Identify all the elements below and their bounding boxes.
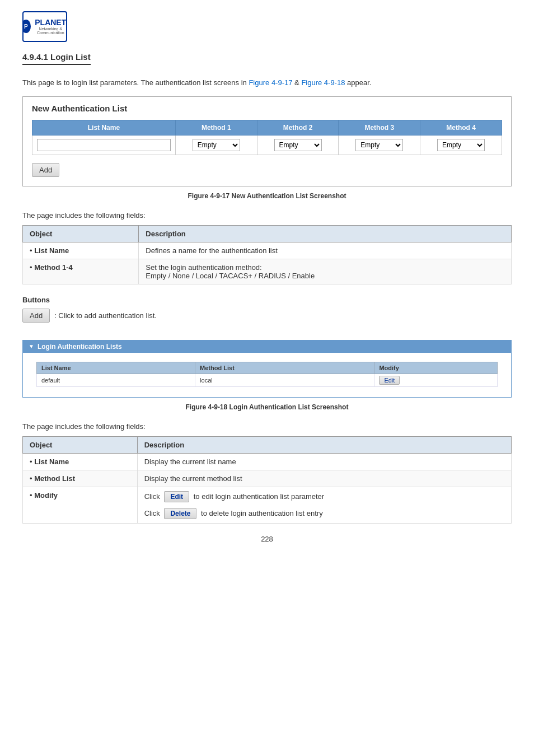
edit-suffix: to edit login authentication list parame… [194, 492, 324, 501]
panel-method-list-cell: local [195, 374, 374, 386]
fields-desc-table2: Object Description List Name Display the… [22, 436, 512, 524]
buttons-section: Buttons Add : Click to add authenticatio… [22, 296, 512, 323]
list-name-input[interactable] [37, 139, 171, 151]
method3-select[interactable]: Empty None Local TACACS+ RADIUS Enable [355, 139, 403, 151]
login-auth-panel: ▼ Login Authentication Lists List Name M… [22, 340, 512, 398]
section-description: This page is to login list parameters. T… [22, 77, 512, 88]
col-panel-modify: Modify [374, 362, 498, 374]
logo-area: P PLANET Networking & Communication [22, 11, 512, 42]
section-title: 4.9.4.1 Login List [22, 52, 91, 65]
fig17-link[interactable]: Figure 4-9-17 [249, 78, 292, 87]
panel-header-label: Login Authentication Lists [38, 343, 122, 351]
new-auth-list-box: New Authentication List List Name Method… [22, 96, 512, 186]
fields-heading2: The page includes the following fields: [22, 422, 512, 431]
table-row: default local Edit [37, 374, 498, 386]
delete-suffix: to delete login authentication list entr… [201, 509, 323, 517]
table-row: List Name Defines a name for the authent… [23, 242, 512, 259]
table-row: Modify Click Edit to edit login authenti… [23, 487, 512, 523]
add-button-example[interactable]: Add [22, 309, 50, 323]
fig18-caption: Figure 4-9-18 Login Authentication List … [22, 403, 512, 411]
logo-subtitle-text: Networking & Communication [33, 27, 67, 35]
obj2-method-list: Method List [23, 470, 138, 487]
desc2-col-description: Description [137, 436, 511, 453]
method1-select[interactable]: Empty None Local TACACS+ RADIUS Enable [193, 139, 240, 151]
add-button[interactable]: Add [32, 163, 59, 177]
buttons-label: Buttons [22, 296, 512, 304]
new-auth-table: List Name Method 1 Method 2 Method 3 Met… [32, 120, 502, 155]
panel-body: List Name Method List Modify default loc… [23, 353, 511, 397]
button-desc-row: Add : Click to add authentication list. [22, 309, 512, 323]
obj2-list-name: List Name [23, 453, 138, 470]
fields-heading: The page includes the following fields: [22, 211, 512, 220]
desc2-col-object: Object [23, 436, 138, 453]
edit-prefix: Click [144, 492, 160, 501]
col-method1: Method 1 [175, 120, 257, 135]
page-number: 228 [22, 535, 512, 543]
col-method4: Method 4 [420, 120, 502, 135]
new-auth-list-title: New Authentication List [32, 104, 502, 113]
delete-prefix: Click [144, 509, 160, 517]
fields-desc-table: Object Description List Name Defines a n… [22, 225, 512, 284]
method2-select[interactable]: Empty None Local TACACS+ RADIUS Enable [274, 139, 322, 151]
desc2-method-list: Display the current method list [137, 470, 511, 487]
col-list-name: List Name [32, 120, 176, 135]
table-row: Method 1-4 Set the login authentication … [23, 259, 512, 284]
edit-inline-button[interactable]: Edit [164, 491, 189, 502]
add-button-description: : Click to add authentication list. [54, 311, 157, 320]
col-panel-method-list: Method List [195, 362, 374, 374]
edit-button[interactable]: Edit [379, 376, 400, 385]
fig17-caption: Figure 4-9-17 New Authentication List Sc… [22, 192, 512, 200]
delete-inline-button[interactable]: Delete [164, 508, 196, 519]
panel-header: ▼ Login Authentication Lists [23, 340, 511, 353]
table-row: Empty None Local TACACS+ RADIUS Enable E… [32, 135, 502, 155]
login-auth-table: List Name Method List Modify default loc… [36, 362, 498, 387]
desc2-modify: Click Edit to edit login authentication … [137, 487, 511, 523]
desc-col-object: Object [23, 225, 139, 242]
panel-list-name-cell: default [37, 374, 195, 386]
logo-brand-text: PLANET [33, 18, 67, 27]
desc2-list-name: Display the current list name [137, 453, 511, 470]
col-panel-list-name: List Name [37, 362, 195, 374]
desc-col-description: Description [139, 225, 512, 242]
obj2-modify: Modify [23, 487, 138, 523]
obj-method14: Method 1-4 [23, 259, 139, 284]
desc-list-name: Defines a name for the authentication li… [139, 242, 512, 259]
method4-select[interactable]: Empty None Local TACACS+ RADIUS Enable [437, 139, 485, 151]
fig18-link[interactable]: Figure 4-9-18 [301, 78, 345, 87]
col-method3: Method 3 [339, 120, 420, 135]
table-row: Method List Display the current method l… [23, 470, 512, 487]
planet-logo: P PLANET Networking & Communication [22, 11, 67, 42]
panel-modify-cell: Edit [374, 374, 498, 386]
table-row: List Name Display the current list name [23, 453, 512, 470]
panel-arrow-icon: ▼ [29, 343, 34, 349]
desc-method14: Set the login authentication method: Emp… [139, 259, 512, 284]
obj-list-name: List Name [23, 242, 139, 259]
col-method2: Method 2 [257, 120, 339, 135]
